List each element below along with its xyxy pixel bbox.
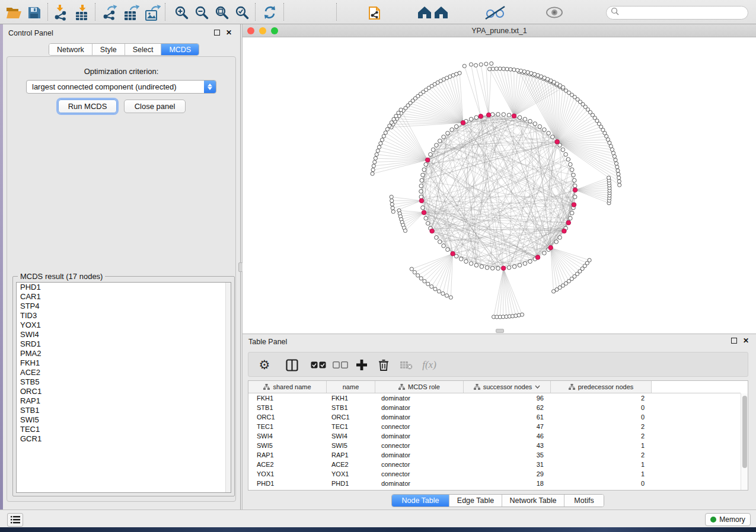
close-panel-button[interactable]: Close panel bbox=[124, 100, 186, 113]
column-name[interactable]: name bbox=[327, 381, 375, 393]
column-predecessor-nodes[interactable]: predecessor nodes bbox=[551, 381, 652, 393]
mcds-result-item[interactable]: ORC1 bbox=[17, 387, 231, 396]
table-row[interactable]: TEC1TEC1connector472 bbox=[248, 422, 741, 431]
mcds-result-item[interactable]: STP4 bbox=[17, 302, 231, 311]
tab-edge-table[interactable]: Edge Table bbox=[449, 495, 502, 507]
table-row[interactable]: PHD1PHD1dominator180 bbox=[248, 479, 741, 488]
settings-gear-icon[interactable]: ⚙ bbox=[257, 357, 272, 373]
mcds-result-item[interactable]: GCR1 bbox=[17, 434, 231, 444]
float-panel-icon[interactable] bbox=[214, 30, 220, 36]
network-graph[interactable] bbox=[243, 37, 756, 334]
log-console-button[interactable] bbox=[7, 513, 23, 527]
delete-table-icon-disabled bbox=[398, 357, 414, 373]
save-session-icon[interactable] bbox=[25, 4, 43, 21]
table-cell: SWI4 bbox=[327, 432, 375, 440]
table-scrollbar-thumb[interactable] bbox=[742, 396, 747, 468]
delete-icon[interactable] bbox=[376, 357, 391, 373]
table-row[interactable]: FKH1FKH1dominator962 bbox=[248, 393, 741, 403]
close-panel-icon[interactable]: ✕ bbox=[226, 30, 232, 36]
table-row[interactable]: ACE2ACE2connector311 bbox=[248, 460, 741, 469]
table-cell: FKH1 bbox=[248, 395, 327, 402]
tab-mcds[interactable]: MCDS bbox=[161, 44, 199, 55]
mcds-result-item[interactable]: TID3 bbox=[17, 311, 231, 321]
hide-glasses-icon[interactable] bbox=[481, 4, 509, 21]
mcds-result-item[interactable]: STB5 bbox=[17, 377, 231, 387]
table-row[interactable]: STB1STB1dominator620 bbox=[248, 403, 741, 412]
tab-select[interactable]: Select bbox=[125, 44, 162, 55]
toolbar-separator bbox=[255, 3, 256, 21]
table-scrollbar[interactable] bbox=[741, 393, 748, 490]
mcds-result-item[interactable]: CAR1 bbox=[17, 292, 231, 302]
table-cell: 2 bbox=[551, 451, 652, 459]
zoom-in-icon[interactable] bbox=[173, 4, 190, 21]
columns-icon[interactable] bbox=[284, 357, 299, 373]
desktop-wallpaper bbox=[0, 527, 756, 532]
tree-icon bbox=[263, 384, 270, 390]
table-cell: PHD1 bbox=[327, 480, 375, 487]
samples-houses-icon[interactable] bbox=[415, 4, 453, 21]
horizontal-splitter-handle[interactable] bbox=[496, 329, 504, 333]
mcds-result-item[interactable]: RAP1 bbox=[17, 396, 231, 406]
table-row[interactable]: ORC1ORC1dominator610 bbox=[248, 412, 741, 422]
eye-icon[interactable] bbox=[541, 4, 568, 21]
mcds-result-list[interactable]: PHD1CAR1STP4TID3YOX1SWI4SRD1PMA2FKH1ACE2… bbox=[16, 282, 231, 493]
table-cell: SWI4 bbox=[248, 432, 327, 440]
add-icon[interactable] bbox=[354, 357, 369, 373]
table-cell: connector bbox=[375, 461, 464, 468]
mcds-result-item[interactable]: SWI4 bbox=[17, 330, 231, 339]
export-table-icon[interactable] bbox=[122, 4, 140, 21]
mcds-result-item[interactable]: PHD1 bbox=[17, 283, 231, 292]
column-mcds-role[interactable]: MCDS role bbox=[375, 381, 464, 393]
search-input[interactable] bbox=[606, 6, 748, 20]
run-mcds-button[interactable]: Run MCDS bbox=[58, 100, 117, 113]
table-cell: YOX1 bbox=[327, 470, 375, 477]
mcds-result-item[interactable]: TEC1 bbox=[17, 425, 231, 434]
tab-style[interactable]: Style bbox=[92, 44, 125, 55]
close-panel-icon[interactable]: ✕ bbox=[743, 338, 749, 344]
float-panel-icon[interactable] bbox=[731, 338, 737, 344]
node-table: shared name name MCDS role successor nod… bbox=[248, 380, 748, 491]
table-cell: connector bbox=[375, 423, 464, 430]
refresh-icon[interactable] bbox=[261, 4, 279, 21]
zoom-selected-icon[interactable] bbox=[233, 4, 251, 21]
zoom-out-icon[interactable] bbox=[193, 4, 210, 21]
mcds-result-item[interactable]: ACE2 bbox=[17, 368, 231, 377]
deselect-all-icon[interactable] bbox=[331, 357, 349, 373]
share-document-icon[interactable] bbox=[364, 4, 388, 21]
network-canvas[interactable] bbox=[243, 37, 756, 334]
table-row[interactable]: SWI4SWI4dominator462 bbox=[248, 431, 741, 441]
memory-button[interactable]: Memory bbox=[705, 513, 751, 526]
table-cell: SWI5 bbox=[248, 442, 327, 449]
tab-network[interactable]: Network bbox=[49, 44, 92, 55]
optimization-criterion-select[interactable]: largest connected component (undirected) bbox=[26, 80, 216, 94]
mcds-result-item[interactable]: STB1 bbox=[17, 406, 231, 415]
table-panel-tabs: Node Table Edge Table Network Table Moti… bbox=[391, 494, 604, 507]
table-cell: 2 bbox=[551, 432, 652, 440]
table-row[interactable]: RAP1RAP1dominator352 bbox=[248, 450, 741, 460]
column-successor-nodes[interactable]: successor nodes bbox=[464, 381, 551, 393]
tab-node-table[interactable]: Node Table bbox=[392, 495, 449, 507]
mcds-tab-content: Optimization criterion: largest connecte… bbox=[7, 56, 236, 502]
tab-motifs[interactable]: Motifs bbox=[564, 495, 604, 507]
zoom-fit-icon[interactable] bbox=[213, 4, 231, 21]
import-network-icon[interactable] bbox=[52, 4, 70, 21]
mcds-result-item[interactable]: SWI5 bbox=[17, 415, 231, 425]
tree-icon bbox=[569, 384, 575, 390]
column-shared-name[interactable]: shared name bbox=[248, 381, 327, 393]
mcds-list-scrollbar[interactable] bbox=[225, 283, 231, 492]
table-row[interactable]: YOX1YOX1connector291 bbox=[248, 469, 741, 479]
status-bar: Memory bbox=[0, 509, 756, 527]
mcds-result-item[interactable]: PMA2 bbox=[17, 349, 231, 358]
mcds-result-item[interactable]: SRD1 bbox=[17, 339, 231, 349]
export-network-icon[interactable] bbox=[101, 4, 119, 21]
tab-network-table[interactable]: Network Table bbox=[502, 495, 564, 507]
mcds-result-item[interactable]: YOX1 bbox=[17, 321, 231, 330]
table-cell: dominator bbox=[375, 451, 464, 459]
open-session-icon[interactable] bbox=[5, 4, 23, 21]
toolbar-separator bbox=[336, 3, 337, 21]
select-all-icon[interactable] bbox=[310, 357, 327, 373]
mcds-result-item[interactable]: FKH1 bbox=[17, 358, 231, 368]
import-table-icon[interactable] bbox=[74, 4, 91, 21]
table-row[interactable]: SWI5SWI5connector431 bbox=[248, 441, 741, 450]
export-image-icon[interactable] bbox=[143, 4, 161, 21]
